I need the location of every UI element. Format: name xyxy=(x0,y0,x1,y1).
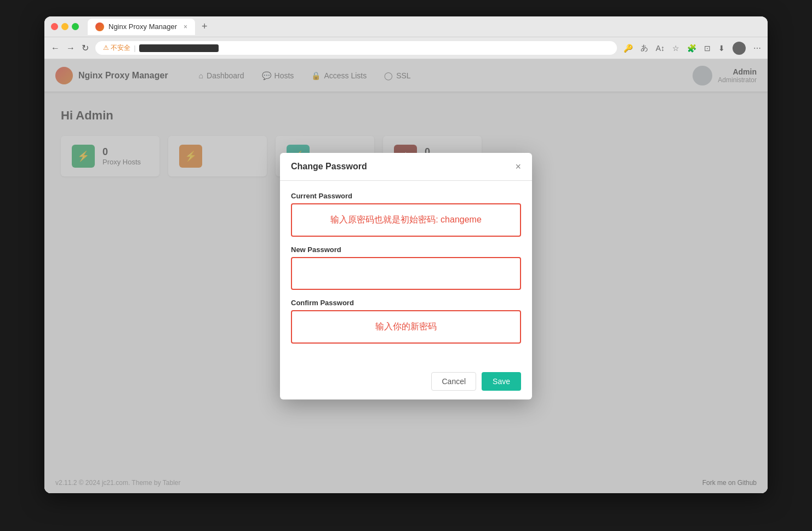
modal-footer: Cancel Save xyxy=(280,363,532,399)
split-icon[interactable]: ⊡ xyxy=(704,44,711,53)
traffic-lights xyxy=(51,23,79,30)
address-bar[interactable]: ⚠ 不安全 | ●●●●●●●●●●●●●31 xyxy=(95,41,617,55)
confirm-password-hint: 输入你的新密码 xyxy=(299,317,513,337)
tab-favicon xyxy=(95,22,104,31)
new-password-field: New Password xyxy=(291,245,521,290)
bookmark-icon[interactable]: ☆ xyxy=(672,44,679,53)
back-button[interactable]: ← xyxy=(51,43,60,53)
new-password-input[interactable] xyxy=(299,267,513,280)
refresh-button[interactable]: ↻ xyxy=(82,43,89,53)
browser-addressbar: ← → ↻ ⚠ 不安全 | ●●●●●●●●●●●●●31 🔑 あ A↕ ☆ 🧩… xyxy=(44,37,768,59)
modal-header: Change Password × xyxy=(280,153,532,181)
lock-icon[interactable]: 🔑 xyxy=(624,44,633,53)
tab-close-button[interactable]: × xyxy=(184,23,187,31)
change-password-modal: Change Password × Current Password 输入原密码… xyxy=(280,153,532,399)
modal-close-button[interactable]: × xyxy=(515,162,521,172)
cancel-button[interactable]: Cancel xyxy=(431,372,476,391)
minimize-button[interactable] xyxy=(61,23,68,30)
security-warning: ⚠ 不安全 xyxy=(103,43,130,53)
url-text: ●●●●●●●●●●●●●31 xyxy=(139,44,219,52)
new-tab-button[interactable]: + xyxy=(202,21,208,32)
confirm-password-wrapper: 输入你的新密码 xyxy=(291,310,521,344)
modal-body: Current Password 输入原密码也就是初始密码: changeme … xyxy=(280,181,532,363)
forward-button[interactable]: → xyxy=(66,43,75,53)
current-password-field: Current Password 输入原密码也就是初始密码: changeme xyxy=(291,192,521,237)
current-password-wrapper: 输入原密码也就是初始密码: changeme xyxy=(291,203,521,237)
save-button[interactable]: Save xyxy=(482,372,521,391)
current-password-hint: 输入原密码也就是初始密码: changeme xyxy=(299,210,513,230)
read-icon[interactable]: あ xyxy=(641,43,648,53)
browser-tab[interactable]: Nginx Proxy Manager × xyxy=(88,19,195,35)
confirm-password-field: Confirm Password 输入你的新密码 xyxy=(291,299,521,344)
browser-titlebar: Nginx Proxy Manager × + xyxy=(44,16,768,37)
download-icon[interactable]: ⬇ xyxy=(718,44,725,53)
maximize-button[interactable] xyxy=(72,23,79,30)
confirm-password-label: Confirm Password xyxy=(291,299,521,307)
new-password-label: New Password xyxy=(291,245,521,254)
menu-icon[interactable]: ⋯ xyxy=(753,44,761,53)
modal-overlay: Change Password × Current Password 输入原密码… xyxy=(44,59,768,493)
address-actions: 🔑 あ A↕ ☆ 🧩 ⊡ ⬇ ⋯ xyxy=(624,42,761,55)
profile-avatar[interactable] xyxy=(733,42,746,55)
translate-icon[interactable]: A↕ xyxy=(656,44,665,53)
current-password-label: Current Password xyxy=(291,192,521,200)
modal-title: Change Password xyxy=(291,162,367,172)
tab-title: Nginx Proxy Manager xyxy=(108,22,177,31)
close-button[interactable] xyxy=(51,23,58,30)
extension-icon[interactable]: 🧩 xyxy=(687,44,696,53)
new-password-wrapper xyxy=(291,257,521,290)
app-content: Nginx Proxy Manager ⌂ Dashboard 💬 Hosts … xyxy=(44,59,768,493)
